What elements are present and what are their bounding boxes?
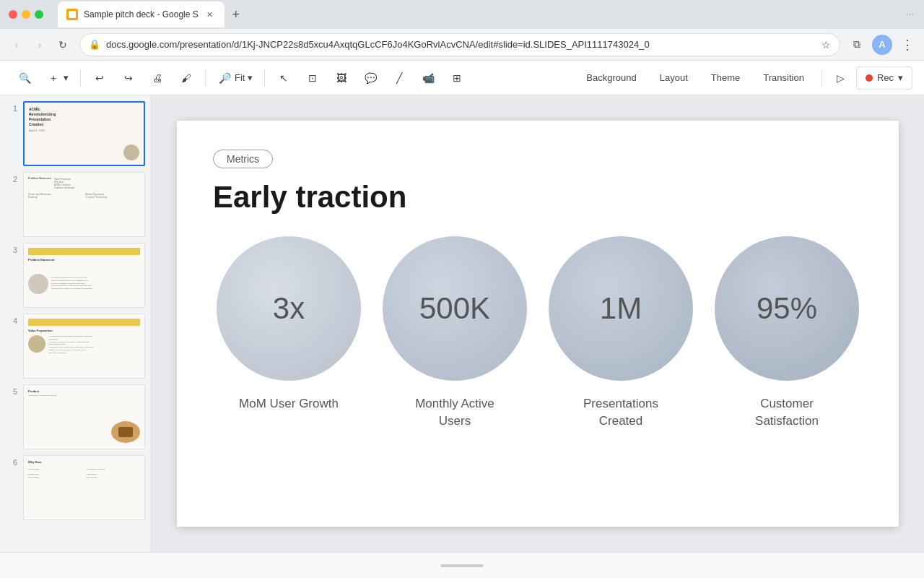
play-button[interactable]: ▷ [831,66,850,90]
s3-text: Creating presentations can be a tedious … [51,277,140,290]
s2-problem: Problem Statement [28,177,51,190]
slide-item-5[interactable]: 5 Product Personalized AI-powered templa… [6,384,145,449]
slide-item-3[interactable]: 3 Problem Statement Creating presentatio… [6,243,145,308]
paint-format-icon: 🖌 [179,71,193,85]
undo-button[interactable]: ↩ [87,66,113,90]
nav-buttons: ‹ › ↻ [6,34,74,56]
cursor-button[interactable]: ↖ [271,66,297,90]
line-button[interactable]: ╱ [386,66,412,90]
reload-button[interactable]: ↻ [52,34,74,56]
metric-label-1: Monthly ActiveUsers [415,395,494,430]
background-button[interactable]: Background [578,66,645,90]
shape-icon: 💬 [363,71,378,85]
canvas-area[interactable]: Metrics Early traction 3x MoM User Growt… [152,95,924,552]
print-button[interactable]: 🖨 [144,66,170,90]
zoom-button[interactable]: 🔎 Fit ▾ [212,66,258,90]
security-icon: 🔒 [89,39,100,50]
s3-circle [28,274,48,294]
slide-thumb-2[interactable]: Problem Statement Value PropositionWhy N… [23,172,145,237]
rec-label: Rec [877,72,894,83]
slide-thumb-5[interactable]: Product Personalized AI-powered template… [23,384,145,449]
metric-circle-2: 1M [549,236,693,381]
metric-label-3: CustomerSatisfaction [755,395,819,430]
transition-button[interactable]: Transition [754,66,813,90]
metric-item-0: 3x MoM User Growth [213,236,365,413]
forward-button[interactable]: › [29,34,51,56]
paint-format-button[interactable]: 🖌 [173,66,199,90]
metric-circle-1: 500K [383,236,527,381]
slide-thumb-1[interactable]: ACME:RevolutionizingPresentationCreation… [23,101,145,166]
video-icon: 📹 [421,71,435,85]
tab-close-button[interactable]: ✕ [204,9,216,20]
close-button[interactable] [9,10,17,19]
window-controls[interactable]: ⋯ [907,6,924,23]
addon-icon: ⊞ [450,71,464,85]
slide-item-1[interactable]: 1 ACME:RevolutionizingPresentationCreati… [6,101,145,166]
shape-button[interactable]: 💬 [357,66,383,90]
line-icon: ╱ [392,71,406,85]
s5-label: Product [28,389,140,393]
more-options-button[interactable]: ⋮ [897,34,918,56]
address-bar[interactable]: 🔒 docs.google.com/presentation/d/1Kj-JNC… [79,33,840,56]
main-content: 1 ACME:RevolutionizingPresentationCreati… [0,95,924,552]
s4-circle [28,335,45,353]
app-area: 🔍 + ▾ ↩ ↪ 🖨 🖌 🔎 Fit ▾ [0,61,924,578]
metrics-row: 3x MoM User Growth 500K Monthly ActiveUs… [213,236,863,498]
s3-header [28,248,140,255]
slide-item-6[interactable]: 6 Why Now Market HistoryLorem ipsumdolor… [6,455,145,520]
tab-title: Sample pitch deck - Google S [84,9,199,20]
metric-value-2: 1M [600,291,642,326]
s6-left: Market HistoryLorem ipsumdolor sit amet [28,468,82,478]
metric-circle-0: 3x [217,236,361,381]
metric-value-3: 95% [757,291,817,326]
slide-thumb-3[interactable]: Problem Statement Creating presentations… [23,243,145,308]
theme-button[interactable]: Theme [702,66,749,90]
slide-item-4[interactable]: 4 Value Proposition • ACME simplifies pr… [6,314,145,379]
rec-button[interactable]: Rec ▾ [856,66,912,90]
metric-item-2: 1M PresentationsCreated [545,236,697,430]
layout-button[interactable]: Layout [651,66,697,90]
search-button[interactable]: 🔍 [12,66,38,90]
s6-right: Competitive AdvantageLorem ipsumdolor si… [87,468,141,478]
metric-value-0: 3x [273,291,305,326]
minimize-button[interactable] [22,10,30,19]
s1-circle-decoration [123,144,139,160]
select-button[interactable]: ⊡ [300,66,326,90]
browser-frame: Sample pitch deck - Google S ✕ + ⋯ ‹ › ↻… [0,0,924,578]
slide-heading: Early traction [213,180,863,215]
divider-1 [80,69,81,87]
maximize-button[interactable] [35,10,43,19]
rec-arrow: ▾ [898,72,903,83]
new-tab-button[interactable]: + [225,3,248,26]
slide-number-2: 2 [6,172,17,184]
video-button[interactable]: 📹 [415,66,441,90]
slide-thumb-4[interactable]: Value Proposition • ACME simplifies pres… [23,314,145,379]
slide-item-2[interactable]: 2 Problem Statement Value PropositionWhy… [6,172,145,237]
bottom-bar [0,552,924,578]
rec-dot-icon [866,74,873,82]
metric-label-2: PresentationsCreated [583,395,658,430]
slide-thumb-6[interactable]: Why Now Market HistoryLorem ipsumdolor s… [23,455,145,520]
metric-circle-3: 95% [715,236,859,381]
addon-button[interactable]: ⊞ [444,66,470,90]
slide-number-6: 6 [6,455,17,467]
s2-content: Value PropositionWhy NowACME's SolutionC… [54,178,75,190]
divider-3 [264,69,265,87]
extensions-button[interactable]: ⧉ [846,34,868,56]
metrics-badge: Metrics [213,150,273,168]
s4-label: Value Proposition [28,329,140,332]
image-button[interactable]: 🖼 [328,66,354,90]
slide-inner: Metrics Early traction 3x MoM User Growt… [177,121,899,527]
plus-icon: + [46,71,61,85]
print-icon: 🖨 [150,71,165,85]
s2-left: Service and ReferencesRoadmap [28,193,83,199]
profile-avatar[interactable]: A [872,35,892,55]
s3-label: Problem Statement [28,258,140,262]
insert-button[interactable]: + ▾ [40,66,74,90]
redo-button[interactable]: ↪ [116,66,141,90]
active-tab[interactable]: Sample pitch deck - Google S ✕ [58,1,225,27]
zoom-label: Fit [235,72,245,83]
back-button[interactable]: ‹ [6,34,27,56]
bookmark-icon[interactable]: ☆ [821,39,831,51]
divider-2 [205,69,206,87]
